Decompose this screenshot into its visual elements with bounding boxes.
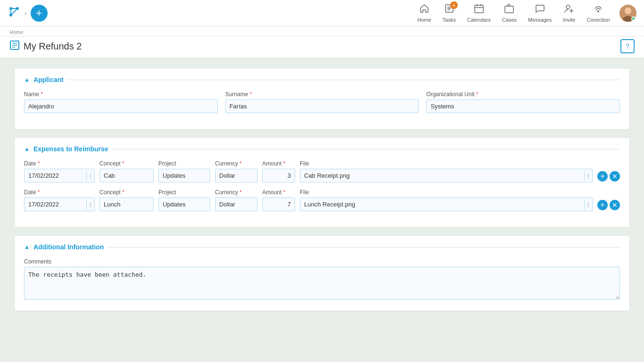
nav-item-invite-label: Invite [563, 17, 575, 23]
surname-label: Surname * [225, 91, 419, 98]
nav-right: Home 4 4 Tasks [413, 1, 636, 25]
online-status-indicator [631, 16, 636, 21]
expense-1-project-group: Project [158, 160, 210, 182]
expense-2-concept-input[interactable] [99, 197, 154, 211]
additional-section-title: Additional Information [33, 243, 104, 251]
nav-item-cases-label: Cases [502, 17, 517, 23]
calendars-icon [474, 3, 484, 16]
footer-actions: Accept Accept and Create [0, 359, 644, 362]
expense-2-currency-input[interactable] [215, 197, 257, 211]
applicant-section: ▲ Applicant Name * Surname * [14, 68, 630, 130]
name-label: Name * [24, 91, 218, 98]
expense-1-project-input[interactable] [158, 169, 210, 182]
nav-chevron-icon: › [25, 9, 27, 17]
expense-2-concept-group: Concept * [99, 189, 154, 211]
breadcrumb-area: Home [0, 26, 644, 36]
add-button[interactable]: + [31, 5, 48, 22]
svg-point-22 [625, 8, 631, 14]
expense-2-date-label: Date * [24, 189, 95, 196]
nav-item-connection[interactable]: Conection [582, 1, 615, 25]
page-icon [9, 40, 20, 53]
expense-1-date-input[interactable] [25, 169, 86, 182]
nav-item-tasks[interactable]: 4 4 Tasks [438, 1, 461, 25]
comments-label: Comments [24, 258, 620, 265]
additional-collapse-icon[interactable]: ▲ [24, 244, 30, 250]
org-required: * [476, 91, 479, 98]
expense-1-file-label: File [300, 160, 593, 167]
expense-1-file-input[interactable] [300, 169, 584, 182]
expense-1-currency-label: Currency * [215, 160, 257, 167]
expense-1-file-browse-btn[interactable]: 〈 [584, 171, 592, 181]
nav-item-calendars[interactable]: Calendars [462, 1, 495, 25]
nav-left: › + [8, 5, 48, 22]
surname-input[interactable] [225, 99, 419, 113]
expense-2-amount-group: Amount * [262, 189, 295, 211]
expense-2-amount-input[interactable] [262, 197, 295, 211]
nav-item-tasks-label: Tasks [443, 17, 456, 23]
expense-2-project-input[interactable] [158, 197, 210, 211]
applicant-fields-row: Name * Surname * Organizational Unit * [24, 91, 620, 113]
name-input[interactable] [24, 99, 218, 113]
additional-divider [107, 247, 620, 247]
expense-1-concept-label: Concept * [99, 160, 154, 167]
expense-1-file-group: File 〈 [300, 160, 593, 182]
additional-section: ▲ Additional Information Comments The re… [14, 235, 630, 311]
expense-2-currency-group: Currency * [215, 189, 257, 211]
expenses-section: ▲ Expenses to Reimburse Date * 〈 Concept… [14, 137, 630, 228]
expense-1-add-btn[interactable]: + [597, 171, 608, 181]
expense-2-date-input-wrapper: 〈 [24, 197, 95, 211]
nav-item-home[interactable]: Home [413, 1, 436, 25]
expense-2-file-group: File 〈 [300, 189, 593, 211]
expense-2-date-input[interactable] [25, 198, 86, 211]
expense-row-1: Date * 〈 Concept * Project [24, 160, 620, 182]
cases-icon [504, 3, 514, 16]
expense-1-currency-input[interactable] [215, 169, 257, 182]
connection-icon [593, 3, 603, 16]
home-icon [419, 3, 429, 16]
svg-rect-16 [505, 6, 513, 13]
expense-1-date-group: Date * 〈 [24, 160, 95, 182]
help-button[interactable]: ? [620, 39, 635, 53]
expense-row-2: Date * 〈 Concept * Project [24, 189, 620, 211]
expense-2-concept-label: Concept * [99, 189, 154, 196]
expenses-section-title: Expenses to Reimburse [33, 145, 108, 153]
applicant-collapse-icon[interactable]: ▲ [24, 76, 30, 83]
expense-2-file-label: File [300, 189, 593, 196]
invite-icon [564, 3, 574, 16]
expense-2-remove-btn[interactable]: ✕ [610, 200, 620, 210]
expense-2-project-group: Project [158, 189, 210, 211]
expense-1-concept-input[interactable] [99, 169, 154, 182]
expense-1-amount-label: Amount * [262, 160, 295, 167]
applicant-section-header: ▲ Applicant [24, 76, 620, 83]
svg-rect-12 [475, 5, 483, 13]
expense-2-date-picker-btn[interactable]: 〈 [86, 199, 94, 210]
expense-1-date-input-wrapper: 〈 [24, 169, 95, 182]
expense-1-file-input-wrapper: 〈 [300, 169, 593, 182]
expense-1-concept-group: Concept * [99, 160, 154, 182]
surname-field-group: Surname * [225, 91, 419, 113]
nav-item-cases[interactable]: Cases [497, 1, 521, 25]
nav-item-messages-label: Messages [528, 17, 552, 23]
top-navigation: › + Home 4 4 Task [0, 0, 644, 26]
main-content: ▲ Applicant Name * Surname * [0, 58, 644, 359]
expense-2-file-input[interactable] [300, 198, 584, 211]
expenses-divider [112, 149, 620, 149]
expense-1-amount-input[interactable] [262, 169, 295, 182]
nav-item-invite[interactable]: Invite [558, 1, 580, 25]
org-label: Organizational Unit * [426, 91, 620, 98]
expense-2-file-browse-btn[interactable]: 〈 [584, 199, 592, 210]
expense-1-remove-btn[interactable]: ✕ [610, 171, 620, 181]
expense-1-date-picker-btn[interactable]: 〈 [86, 171, 94, 181]
comments-textarea[interactable]: The receipts have been attached. [24, 267, 620, 300]
tasks-badge: 4 [450, 1, 458, 9]
org-input[interactable] [426, 99, 620, 113]
user-avatar[interactable] [619, 5, 636, 22]
page-title-bar: My Refunds 2 ? [0, 36, 644, 58]
svg-point-17 [566, 5, 570, 9]
expense-2-project-label: Project [158, 189, 210, 196]
expense-1-project-label: Project [158, 160, 210, 167]
expenses-collapse-icon[interactable]: ▲ [24, 146, 30, 152]
expense-2-add-btn[interactable]: + [597, 200, 608, 210]
nav-item-messages[interactable]: Messages [523, 1, 556, 25]
expense-2-actions: + ✕ [597, 200, 620, 211]
